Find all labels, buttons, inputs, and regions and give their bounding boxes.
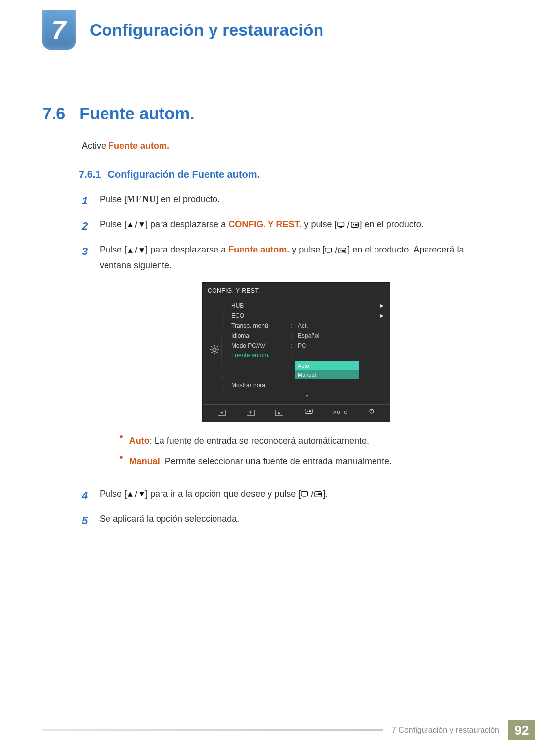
osd-label: Fuente autom. [231,351,291,360]
chevron-right-icon: ▶ [380,311,386,320]
bullet-icon: • [119,454,123,469]
svg-rect-2 [337,222,344,227]
text: ] para ir a la opción que desee y pulse … [145,489,301,499]
text: y pulse [ [289,245,325,254]
step-body: Pulse [ / ] para desplazarse a Fuente au… [100,242,493,479]
osd-row-transp: Transp. menú:Act. [228,321,386,331]
subsection-heading: 7.6.1 Configuración de Fuente autom. [79,166,493,183]
step-num: 2 [82,217,91,235]
osd-label: Modo PC/AV [231,341,291,351]
svg-rect-34 [318,493,321,495]
footer-rule [42,729,383,731]
source-icon [304,408,313,418]
step-1: 1 Pulse [MENU] en el producto. [82,192,493,210]
text: ] para desplazarse a [145,219,228,229]
osd-label: ECO [231,311,291,321]
accent-text: Fuente autom. [228,245,289,254]
step-num: 5 [82,511,91,530]
chevron-right-icon: ▶ [380,302,386,310]
section-number: 7.6 [42,104,65,123]
text: ] para desplazarse a [145,245,228,254]
osd-title: CONFIG. Y REST. [203,283,390,298]
up-down-icon: / [127,487,145,502]
text: Pulse [ [100,489,127,499]
step-body: Pulse [MENU] en el producto. [100,192,493,210]
osd-row-fuente: Fuente autom.: [228,351,386,360]
nav-down-icon: ▾ [247,410,255,416]
section-heading: 7.6 Fuente autom. [42,104,535,123]
svg-marker-8 [139,248,144,253]
footer-label: 7 Configuración y restauración [383,726,508,735]
step-body: Pulse [ / ] para desplazarse a CONFIG. Y… [100,217,493,235]
text: Pulse [ [100,194,127,204]
osd-label: Idioma [231,331,291,341]
osd-value: PC [298,341,386,351]
osd-row-hub: HUB▶ [228,301,386,311]
bullet-accent: Manual [129,456,160,466]
gear-icon [209,344,220,355]
osd-more-indicator: ▾ [228,391,386,400]
osd-option-manual: Manual [295,370,359,379]
svg-point-12 [340,250,341,251]
osd-body: HUB▶ ECO▶ Transp. menú:Act. Idioma:Españ… [203,298,390,402]
subsection-number: 7.6.1 [79,166,101,183]
text: ] en el producto. [156,194,220,204]
osd-option-auto: Auto [295,361,359,370]
bullet-text: : Permite seleccionar una fuente de entr… [160,456,392,466]
osd-label: HUB [231,301,291,311]
svg-line-21 [211,352,213,353]
osd-list: HUB▶ ECO▶ Transp. menú:Act. Idioma:Españ… [226,298,390,402]
svg-rect-31 [303,497,306,497]
up-down-icon: / [127,243,145,258]
svg-marker-28 [128,492,133,497]
chapter-title: Configuración y restauración [90,20,323,40]
step-body: Pulse [ / ] para ir a la opción que dese… [100,486,493,504]
step-4: 4 Pulse [ / ] para ir a la opción que de… [82,486,493,504]
text: Pulse [ [100,245,127,254]
step-5: 5 Se aplicará la opción seleccionada. [82,511,493,530]
text: y pulse [ [302,219,337,229]
intro-pre: Active [82,141,108,151]
osd-dropdown: Auto Manual [295,361,359,379]
svg-marker-7 [128,248,133,253]
svg-point-24 [307,411,308,412]
svg-line-20 [217,352,218,353]
svg-rect-9 [325,248,332,252]
svg-point-14 [213,348,216,352]
svg-rect-10 [327,252,330,253]
step-2: 2 Pulse [ / ] para desplazarse a CONFIG.… [82,217,493,235]
accent-text: CONFIG. Y REST. [228,219,301,229]
step-3: 3 Pulse [ / ] para desplazarse a Fuente … [82,242,493,479]
step-num: 1 [82,192,91,210]
osd-row-idioma: Idioma:Español [228,331,386,341]
svg-rect-3 [339,227,342,228]
osd-row-mostrar: Mostrar hora [228,380,386,390]
menu-button-label: MENU [127,194,156,204]
step-body: Se aplicará la opción seleccionada. [100,511,493,530]
bullet-text: : La fuente de entrada se reconocerá aut… [150,436,369,446]
svg-marker-0 [128,222,133,227]
osd-label: Transp. menú [231,321,291,331]
option-bullets: •Auto: La fuente de entrada se reconocer… [119,433,493,469]
svg-marker-29 [139,492,144,497]
up-down-icon: / [127,217,145,233]
osd-label: Mostrar hora [231,380,291,390]
text: ]. [323,489,328,499]
source-enter-icon: / [301,487,323,502]
text: Pulse [ [100,219,127,229]
page-header: 7 Configuración y restauración [0,0,535,50]
osd-footer: ◂ ▾ ▴ AUTO [203,404,390,419]
intro-line: Active Fuente autom. [82,138,493,153]
text: Se aplicará la opción seleccionada. [100,514,239,524]
source-enter-icon: / [325,243,347,258]
osd-row-eco: ECO▶ [228,311,386,321]
subsection-title: Configuración de Fuente autom. [107,166,260,183]
svg-line-22 [217,346,218,348]
svg-point-33 [316,494,317,495]
nav-left-icon: ◂ [218,410,226,416]
bullet-accent: Auto [129,436,150,446]
bullet-manual: •Manual: Permite seleccionar una fuente … [119,454,493,469]
power-icon [369,408,374,417]
svg-point-5 [353,224,354,225]
step-num: 4 [82,486,91,504]
